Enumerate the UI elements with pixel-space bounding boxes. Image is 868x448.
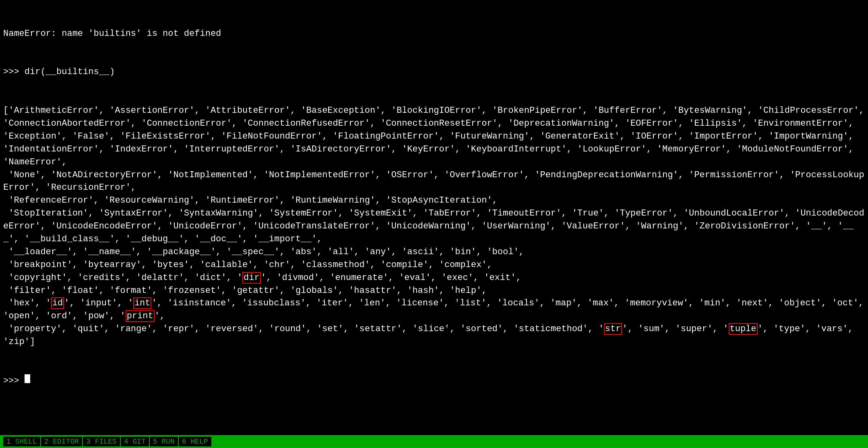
highlighted-id: id: [51, 297, 64, 309]
highlighted-print: print: [126, 310, 155, 322]
highlighted-dir: dir: [242, 272, 261, 284]
prompt-line-1: >>> dir(__builtins__): [3, 66, 865, 79]
error-line: NameError: name 'builtins' is not define…: [3, 27, 865, 40]
highlighted-str: str: [604, 323, 622, 335]
bottom-bar-item-5[interactable]: 5 RUN: [150, 437, 178, 446]
bottom-bar: 1 SHELL 2 EDITOR 3 FILES 4 GIT 5 RUN 6 H…: [0, 435, 868, 448]
bottom-bar-item-2[interactable]: 2 EDITOR: [41, 437, 82, 446]
highlighted-int: int: [133, 297, 152, 309]
command-text[interactable]: dir(__builtins__): [25, 66, 115, 79]
prompt-line-2: >>>: [3, 374, 865, 388]
highlighted-tuple: tuple: [729, 323, 758, 335]
terminal-window: NameError: name 'builtins' is not define…: [0, 0, 868, 448]
prompt-symbol: >>>: [3, 66, 25, 79]
bottom-bar-item-6[interactable]: 6 HELP: [179, 437, 211, 446]
prompt-symbol-2: >>>: [3, 375, 25, 388]
terminal-content: NameError: name 'builtins' is not define…: [0, 0, 868, 415]
cursor: [25, 374, 30, 383]
bottom-bar-item-1[interactable]: 1 SHELL: [3, 437, 40, 446]
bottom-bar-item-4[interactable]: 4 GIT: [121, 437, 149, 446]
bottom-bar-item-3[interactable]: 3 FILES: [83, 437, 120, 446]
output-text: ['ArithmeticError', 'AssertionError', 'A…: [3, 104, 865, 348]
